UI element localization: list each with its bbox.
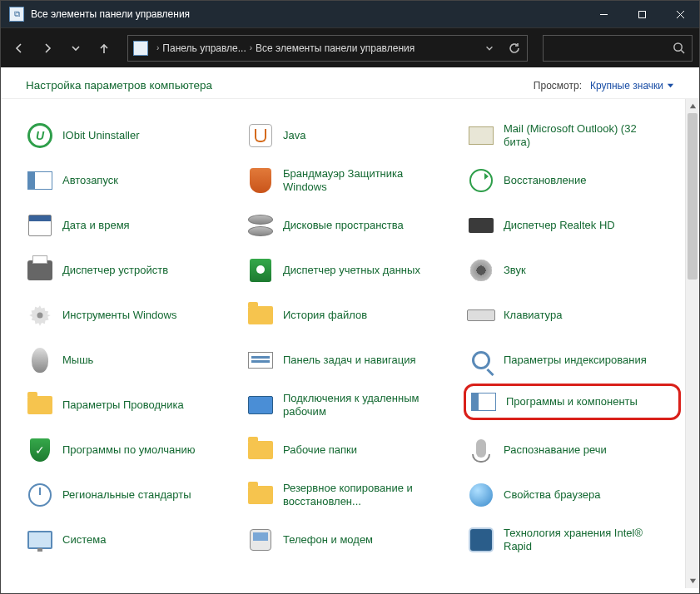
globe-icon bbox=[467, 481, 495, 509]
item-label: Звук bbox=[504, 264, 526, 277]
control-panel-item[interactable]: ✓Программы по умолчанию bbox=[26, 432, 233, 468]
scroll-down-icon[interactable] bbox=[686, 574, 699, 588]
control-panel-item[interactable]: Подключения к удаленным рабочим bbox=[246, 387, 454, 423]
control-panel-item[interactable]: Восстановление bbox=[467, 162, 674, 199]
folder-icon bbox=[26, 391, 54, 419]
chevron-down-icon bbox=[667, 82, 674, 89]
phone-icon bbox=[246, 526, 275, 554]
clock-icon bbox=[26, 481, 54, 509]
view-value: Крупные значки bbox=[590, 80, 663, 92]
item-label: Подключения к удаленным рабочим bbox=[283, 392, 429, 419]
close-button[interactable] bbox=[661, 1, 699, 27]
item-label: Клавиатура bbox=[504, 309, 562, 322]
window-title: Все элементы панели управления bbox=[31, 8, 190, 20]
panel-icon bbox=[26, 166, 54, 195]
item-label: История файлов bbox=[283, 309, 367, 322]
item-label: Телефон и модем bbox=[283, 533, 373, 547]
gear-icon bbox=[26, 301, 54, 329]
control-panel-item[interactable]: Mail (Microsoft Outlook) (32 бита) bbox=[467, 117, 674, 154]
control-panel-item[interactable]: Диспетчер учетных данных bbox=[246, 252, 454, 289]
item-label: Технология хранения Intel® Rapid bbox=[504, 527, 649, 554]
item-label: Свойства браузера bbox=[504, 488, 600, 502]
control-panel-item[interactable]: Клавиатура bbox=[467, 297, 674, 334]
item-label: Дата и время bbox=[62, 219, 130, 232]
search-icon bbox=[673, 42, 685, 54]
back-button[interactable] bbox=[7, 37, 31, 60]
maximize-button[interactable] bbox=[623, 1, 661, 27]
audio-icon bbox=[467, 211, 495, 240]
item-label: Программы и компоненты bbox=[506, 395, 638, 408]
breadcrumb-seg-1[interactable]: Панель управле... bbox=[162, 42, 246, 54]
monitor-icon bbox=[26, 526, 54, 554]
item-label: Панель задач и навигация bbox=[283, 354, 416, 367]
control-panel-item[interactable]: Мышь bbox=[26, 342, 233, 379]
recent-dropdown[interactable] bbox=[64, 37, 87, 60]
control-panel-item[interactable]: Резервное копирование и восстановлен... bbox=[246, 477, 454, 513]
mic-icon bbox=[467, 436, 495, 464]
refresh-button[interactable] bbox=[502, 36, 527, 61]
safe-icon bbox=[246, 256, 275, 285]
scrollbar-thumb[interactable] bbox=[688, 113, 698, 280]
svg-marker-10 bbox=[689, 579, 695, 583]
titlebar: ⧉ Все элементы панели управления bbox=[1, 1, 699, 27]
minimize-button[interactable] bbox=[584, 1, 623, 27]
location-icon bbox=[133, 41, 148, 56]
forward-button[interactable] bbox=[36, 37, 59, 60]
item-label: IObit Uninstaller bbox=[62, 129, 139, 142]
address-bar[interactable]: › Панель управле... › Все элементы панел… bbox=[127, 35, 528, 62]
up-button[interactable] bbox=[92, 37, 116, 60]
item-label: Инструменты Windows bbox=[62, 309, 176, 322]
item-label: Система bbox=[62, 533, 106, 547]
folder-icon bbox=[246, 301, 275, 329]
control-panel-item[interactable]: Распознавание речи bbox=[467, 432, 674, 468]
control-panel-item[interactable]: Дата и время bbox=[26, 207, 233, 244]
control-panel-item[interactable]: Java bbox=[246, 117, 454, 154]
vertical-scrollbar[interactable] bbox=[685, 99, 699, 588]
control-panel-item[interactable]: Свойства браузера bbox=[467, 477, 674, 513]
control-panel-item[interactable]: Телефон и модем bbox=[246, 522, 454, 558]
cal-icon bbox=[26, 211, 54, 240]
control-panel-item[interactable]: Дисковые пространства bbox=[246, 207, 454, 244]
breadcrumb-seg-2[interactable]: Все элементы панели управления bbox=[256, 42, 415, 54]
control-panel-item[interactable]: Параметры Проводника bbox=[26, 387, 233, 423]
mouse-icon bbox=[26, 346, 54, 374]
control-panel-item[interactable]: Программы и компоненты bbox=[464, 384, 681, 420]
control-panel-item[interactable]: Брандмауэр Защитника Windows bbox=[246, 162, 454, 199]
magnify-icon bbox=[467, 346, 495, 374]
control-panel-item[interactable]: Инструменты Windows bbox=[26, 297, 233, 334]
chip-icon bbox=[467, 526, 495, 554]
control-panel-item[interactable]: Звук bbox=[467, 252, 674, 289]
svg-point-5 bbox=[674, 43, 682, 51]
control-panel-icon: ⧉ bbox=[9, 7, 24, 22]
view-dropdown[interactable]: Крупные значки bbox=[590, 80, 674, 92]
item-label: Диспетчер устройств bbox=[62, 264, 168, 277]
item-label: Диспетчер Realtek HD bbox=[504, 219, 615, 232]
search-input[interactable] bbox=[543, 35, 693, 62]
control-panel-item[interactable]: Рабочие папки bbox=[246, 432, 454, 468]
control-panel-item[interactable]: Диспетчер Realtek HD bbox=[467, 207, 674, 244]
item-label: Дисковые пространства bbox=[283, 219, 404, 232]
item-label: Java bbox=[283, 129, 305, 142]
item-label: Mail (Microsoft Outlook) (32 бита) bbox=[504, 122, 649, 150]
address-dropdown[interactable] bbox=[477, 36, 502, 61]
control-panel-item[interactable]: История файлов bbox=[246, 297, 454, 334]
item-label: Автозапуск bbox=[62, 174, 118, 187]
control-panel-item[interactable]: Региональные стандарты bbox=[26, 477, 233, 513]
scroll-up-icon[interactable] bbox=[686, 99, 699, 113]
control-panel-item[interactable]: Диспетчер устройств bbox=[26, 252, 233, 289]
control-panel-item[interactable]: Система bbox=[26, 522, 233, 558]
view-label: Просмотр: bbox=[534, 80, 582, 92]
green-icon: ✓ bbox=[26, 436, 54, 464]
keyb-icon bbox=[467, 301, 495, 329]
folder-icon bbox=[246, 481, 275, 509]
control-panel-item[interactable]: UIObit Uninstaller bbox=[26, 117, 233, 154]
control-panel-item[interactable]: Панель задач и навигация bbox=[246, 342, 454, 379]
items-grid: UIObit UninstallerJavaMail (Microsoft Ou… bbox=[1, 99, 699, 567]
recover-icon bbox=[467, 166, 495, 195]
chevron-right-icon: › bbox=[156, 43, 159, 52]
item-label: Восстановление bbox=[504, 174, 586, 187]
control-panel-item[interactable]: Автозапуск bbox=[26, 162, 233, 199]
control-panel-item[interactable]: Технология хранения Intel® Rapid bbox=[467, 522, 674, 558]
panel-icon bbox=[469, 388, 498, 416]
control-panel-item[interactable]: Параметры индексирования bbox=[467, 342, 674, 379]
